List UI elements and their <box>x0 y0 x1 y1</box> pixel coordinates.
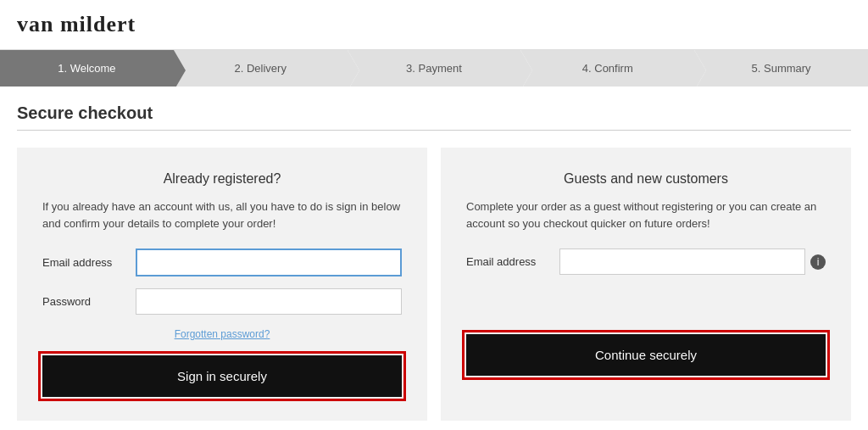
forgot-password-link[interactable]: Forgotten password? <box>175 328 270 340</box>
page-title: Secure checkout <box>17 103 851 123</box>
sign-in-button[interactable]: Sign in securely <box>42 355 402 397</box>
password-input[interactable] <box>136 288 402 315</box>
guest-email-wrapper: i <box>559 249 826 275</box>
panels: Already registered? If you already have … <box>17 148 851 421</box>
progress-step-delivery[interactable]: 2. Delivery <box>174 50 348 87</box>
left-panel: Already registered? If you already have … <box>17 148 427 421</box>
progress-bar: 1. Welcome 2. Delivery 3. Payment 4. Con… <box>0 50 868 87</box>
email-input[interactable] <box>136 249 402 276</box>
guest-email-row: Email address i <box>466 249 826 275</box>
password-row: Password <box>42 288 402 315</box>
page-content: Secure checkout Already registered? If y… <box>0 87 868 430</box>
right-panel-desc: Complete your order as a guest without r… <box>466 198 826 232</box>
progress-step-confirm[interactable]: 4. Confirm <box>520 50 694 87</box>
spacer <box>466 287 826 334</box>
right-panel-title: Guests and new customers <box>466 171 826 187</box>
forgot-password-link-wrapper: Forgotten password? <box>42 327 402 340</box>
progress-step-welcome[interactable]: 1. Welcome <box>0 50 174 87</box>
email-label: Email address <box>42 256 136 269</box>
email-row: Email address <box>42 249 402 276</box>
password-label: Password <box>42 295 136 308</box>
left-panel-title: Already registered? <box>42 171 402 187</box>
progress-step-payment[interactable]: 3. Payment <box>348 50 521 87</box>
progress-step-summary[interactable]: 5. Summary <box>694 50 868 87</box>
info-icon[interactable]: i <box>810 254 826 270</box>
right-panel: Guests and new customers Complete your o… <box>441 148 851 421</box>
continue-button[interactable]: Continue securely <box>466 334 826 376</box>
left-panel-desc: If you already have an account with us, … <box>42 198 402 232</box>
guest-email-input[interactable] <box>559 249 805 275</box>
guest-email-label: Email address <box>466 255 559 268</box>
logo: van mildert <box>17 12 851 37</box>
header: van mildert <box>0 0 868 50</box>
divider <box>17 130 851 131</box>
